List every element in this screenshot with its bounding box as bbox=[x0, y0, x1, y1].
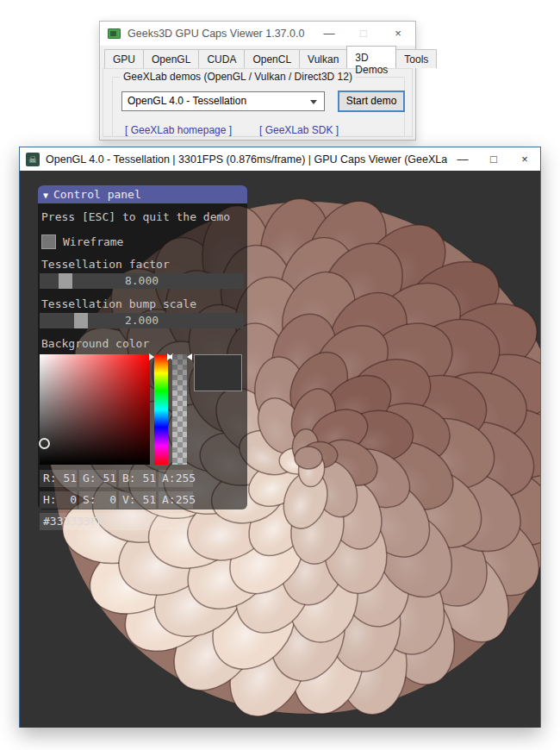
gpu-caps-viewer-window: Geeks3D GPU Caps Viewer 1.37.0.0 — □ × G… bbox=[99, 21, 416, 141]
alpha-value-field[interactable]: A:255 bbox=[159, 491, 193, 509]
demo-titlebar[interactable]: ☠ OpenGL 4.0 - Tessellation | 3301FPS (0… bbox=[20, 147, 540, 171]
control-panel-header[interactable]: ▼Control panel bbox=[38, 185, 247, 203]
bump-scale-value: 2.000 bbox=[40, 313, 244, 328]
groupbox-label: GeeXLab demos (OpenGL / Vulkan / Direct3… bbox=[120, 71, 356, 83]
color-preview-swatch bbox=[194, 354, 242, 391]
geexlab-skull-icon: ☠ bbox=[26, 153, 40, 166]
geexlab-sdk-link[interactable]: [ GeeXLab SDK ] bbox=[259, 124, 339, 136]
background-color-label: Background color bbox=[41, 337, 242, 350]
render-client-area: ▼Control panel Press [ESC] to quit the d… bbox=[20, 171, 540, 728]
bump-scale-slider[interactable]: 2.000 bbox=[40, 313, 244, 328]
demo-select-value: OpenGL 4.0 - Tessellation bbox=[128, 95, 246, 107]
wireframe-label: Wireframe bbox=[63, 235, 123, 248]
bump-scale-label: Tessellation bump scale bbox=[41, 297, 242, 310]
esc-hint-text: Press [ESC] to quit the demo bbox=[41, 210, 242, 223]
tessellation-factor-slider[interactable]: 8.000 bbox=[40, 273, 244, 289]
green-value-field[interactable]: G: 51 bbox=[79, 470, 116, 487]
tab-opengl[interactable]: OpenGL bbox=[143, 49, 199, 68]
close-button[interactable]: × bbox=[509, 147, 540, 171]
maximize-button[interactable]: □ bbox=[478, 147, 509, 171]
chevron-down-icon bbox=[310, 100, 317, 104]
caps-window-title: Geeks3D GPU Caps Viewer 1.37.0.0 bbox=[128, 28, 312, 40]
tab-3d-demos[interactable]: 3D Demos bbox=[346, 46, 396, 68]
minimize-button[interactable]: — bbox=[312, 22, 346, 46]
alpha-bar[interactable] bbox=[172, 354, 187, 465]
geexlab-demos-groupbox: GeeXLab demos (OpenGL / Vulkan / Direct3… bbox=[112, 77, 405, 137]
start-demo-button[interactable]: Start demo bbox=[338, 91, 405, 112]
hue-value-field[interactable]: H: 0 bbox=[40, 491, 77, 509]
tessellation-factor-label: Tessellation factor bbox=[41, 258, 242, 271]
geeks3d-gpu-card-icon bbox=[108, 28, 121, 39]
caps-titlebar[interactable]: Geeks3D GPU Caps Viewer 1.37.0.0 — □ × bbox=[100, 22, 415, 46]
tab-tools[interactable]: Tools bbox=[395, 49, 437, 68]
tab-gpu[interactable]: GPU bbox=[104, 49, 144, 68]
minimize-button[interactable]: — bbox=[447, 147, 478, 171]
geexlab-homepage-link[interactable]: [ GeeXLab homepage ] bbox=[125, 124, 232, 136]
tab-vulkan[interactable]: Vulkan bbox=[299, 49, 347, 68]
saturation-value-field[interactable]: S: 0 bbox=[79, 491, 116, 509]
maximize-button[interactable]: □ bbox=[346, 22, 381, 46]
alpha-marker-icon bbox=[167, 353, 172, 360]
sv-cursor-icon[interactable] bbox=[39, 438, 50, 449]
caps-tabstrip: GPU OpenGL CUDA OpenCL Vulkan 3D Demos T… bbox=[100, 46, 415, 68]
tessellation-factor-value: 8.000 bbox=[40, 273, 244, 289]
tab-opencl[interactable]: OpenCL bbox=[244, 49, 300, 68]
collapse-triangle-icon: ▼ bbox=[43, 191, 48, 200]
saturation-value-square[interactable] bbox=[40, 354, 150, 465]
close-button[interactable]: × bbox=[381, 22, 415, 46]
red-value-field[interactable]: R: 51 bbox=[40, 470, 77, 487]
tessellation-demo-window: ☠ OpenGL 4.0 - Tessellation | 3301FPS (0… bbox=[19, 147, 541, 728]
caps-tab-content: GeeXLab demos (OpenGL / Vulkan / Direct3… bbox=[103, 68, 413, 137]
hue-bar[interactable] bbox=[154, 354, 168, 465]
alpha-marker-icon bbox=[187, 353, 192, 360]
demo-select[interactable]: OpenGL 4.0 - Tessellation bbox=[121, 91, 325, 111]
control-panel: ▼Control panel Press [ESC] to quit the d… bbox=[38, 185, 247, 509]
value-value-field[interactable]: V: 51 bbox=[119, 491, 156, 509]
blue-value-field[interactable]: B: 51 bbox=[119, 470, 156, 487]
hue-marker-icon bbox=[149, 353, 154, 360]
hex-value-field[interactable]: #333333FF bbox=[40, 513, 190, 530]
control-panel-title: Control panel bbox=[53, 188, 141, 201]
demo-window-title: OpenGL 4.0 - Tessellation | 3301FPS (0.8… bbox=[46, 153, 447, 166]
alpha-value-field[interactable]: A:255 bbox=[159, 470, 193, 487]
wireframe-checkbox[interactable] bbox=[41, 234, 56, 249]
tab-cuda[interactable]: CUDA bbox=[198, 49, 245, 68]
